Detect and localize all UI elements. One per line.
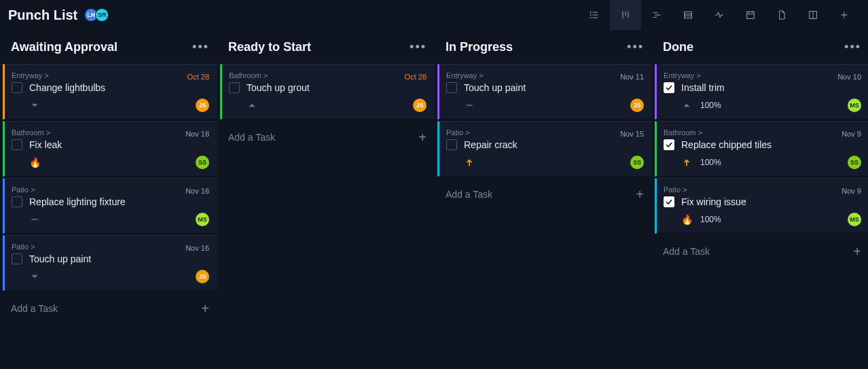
assignee-avatar[interactable]: MS [848, 99, 861, 112]
assignee-avatar[interactable]: JS [196, 270, 209, 283]
breadcrumb: Entryway > [12, 71, 209, 80]
task-card[interactable]: Patio >Fix wiring issueNov 9🔥100%MS [655, 178, 868, 234]
add-task-label: Add a Task [228, 132, 275, 143]
priority-lowest-icon [464, 100, 475, 111]
assignee-avatar[interactable]: JS [413, 99, 427, 112]
due-date: Oct 28 [405, 73, 427, 81]
task-title: Fix wiring issue [681, 196, 861, 207]
task-title: Touch up paint [464, 82, 644, 93]
breadcrumb: Patio > [12, 243, 209, 251]
assignee-avatar[interactable]: JS [630, 99, 644, 112]
task-title: Install trim [681, 82, 861, 93]
top-bar: Punch List LHSR [0, 0, 868, 30]
plus-icon: + [636, 188, 644, 201]
priority-low-icon [29, 100, 40, 111]
column-title: In Progress [446, 40, 627, 54]
view-table-button[interactable] [672, 0, 704, 30]
task-card[interactable]: Bathroom >Fix leakNov 18🔥SS [3, 121, 217, 177]
priority-low-icon [29, 271, 40, 282]
column-title: Ready to Start [228, 40, 410, 54]
view-dashboard-button[interactable] [797, 0, 829, 30]
column-menu-button[interactable]: ••• [410, 41, 427, 53]
task-title: Replace lighting fixture [29, 196, 209, 207]
column-header: In Progress••• [437, 30, 652, 64]
add-task-button[interactable]: Add a Task+ [437, 178, 652, 211]
assignee-avatar[interactable]: MS [848, 213, 861, 226]
breadcrumb: Entryway > [664, 71, 861, 80]
priority-medium-icon [247, 100, 257, 111]
page-title: Punch List [8, 7, 77, 23]
view-switcher [579, 0, 860, 30]
task-checkbox[interactable] [664, 196, 674, 207]
add-task-button[interactable]: Add a Task+ [3, 292, 217, 325]
task-checkbox[interactable] [664, 82, 674, 93]
task-checkbox[interactable] [446, 82, 457, 93]
breadcrumb: Entryway > [446, 71, 644, 80]
due-date: Nov 9 [842, 130, 861, 138]
column-awaiting: Awaiting Approval•••Entryway >Change lig… [3, 30, 217, 369]
task-checkbox[interactable] [446, 139, 457, 150]
due-date: Nov 16 [185, 244, 209, 252]
priority-medium-icon [681, 100, 692, 111]
plus-icon: + [853, 245, 861, 258]
priority-highest-icon: 🔥 [29, 157, 40, 168]
column-menu-button[interactable]: ••• [627, 41, 644, 53]
task-title: Replace chipped tiles [681, 139, 861, 150]
assignee-avatar[interactable]: SS [630, 156, 644, 169]
task-card[interactable]: Bathroom >Touch up groutOct 28JS [220, 64, 435, 120]
task-card[interactable]: Patio >Repair crackNov 15SS [437, 121, 652, 177]
add-task-label: Add a Task [663, 246, 710, 257]
collaborator-avatar[interactable]: SR [95, 8, 109, 22]
task-card[interactable]: Entryway >Install trimNov 10100%MS [655, 64, 868, 120]
view-list-button[interactable] [579, 0, 610, 30]
assignee-avatar[interactable]: SS [196, 156, 209, 169]
due-date: Nov 18 [185, 130, 209, 138]
priority-lowest-icon [29, 214, 40, 225]
task-card[interactable]: Bathroom >Replace chipped tilesNov 9100%… [655, 121, 868, 177]
column-header: Ready to Start••• [220, 30, 435, 64]
column-title: Done [663, 40, 844, 54]
view-calendar-button[interactable] [735, 0, 766, 30]
task-card[interactable]: Entryway >Change lightbulbsOct 28JS [3, 64, 217, 120]
task-checkbox[interactable] [12, 253, 22, 264]
column-header: Awaiting Approval••• [3, 30, 217, 64]
task-checkbox[interactable] [12, 196, 22, 207]
plus-icon: + [201, 302, 209, 315]
column-header: Done••• [655, 30, 868, 64]
due-date: Nov 9 [842, 187, 861, 195]
task-card[interactable]: Entryway >Touch up paintNov 11JS [437, 64, 652, 120]
column-ready: Ready to Start•••Bathroom >Touch up grou… [220, 30, 435, 369]
assignee-avatar[interactable]: SS [848, 156, 861, 169]
task-checkbox[interactable] [12, 139, 22, 150]
task-checkbox[interactable] [12, 82, 22, 93]
view-add-button[interactable] [829, 0, 860, 30]
due-date: Nov 15 [620, 130, 644, 138]
collaborator-avatars: LHSR [84, 8, 109, 22]
breadcrumb: Bathroom > [12, 128, 209, 137]
progress-percent: 100% [700, 101, 721, 110]
assignee-avatar[interactable]: MS [196, 213, 209, 226]
add-task-button[interactable]: Add a Task+ [220, 121, 435, 154]
assignee-avatar[interactable]: JS [196, 99, 209, 112]
priority-highest-icon: 🔥 [681, 214, 692, 225]
column-menu-button[interactable]: ••• [844, 41, 861, 53]
plus-icon: + [418, 130, 427, 144]
view-activity-button[interactable] [704, 0, 735, 30]
view-board-button[interactable] [610, 0, 641, 30]
due-date: Nov 11 [620, 73, 644, 81]
add-task-label: Add a Task [11, 303, 58, 314]
task-card[interactable]: Patio >Touch up paintNov 16JS [3, 235, 217, 291]
task-card[interactable]: Patio >Replace lighting fixtureNov 16MS [3, 178, 217, 234]
view-timeline-button[interactable] [641, 0, 672, 30]
task-checkbox[interactable] [664, 139, 674, 150]
task-checkbox[interactable] [229, 82, 240, 93]
task-title: Touch up grout [247, 82, 427, 93]
breadcrumb: Patio > [12, 186, 209, 194]
task-title: Touch up paint [29, 253, 209, 264]
column-menu-button[interactable]: ••• [192, 41, 209, 53]
task-title: Change lightbulbs [29, 82, 209, 93]
progress-percent: 100% [700, 215, 721, 224]
breadcrumb: Patio > [446, 128, 644, 137]
add-task-button[interactable]: Add a Task+ [655, 235, 868, 268]
view-files-button[interactable] [766, 0, 797, 30]
